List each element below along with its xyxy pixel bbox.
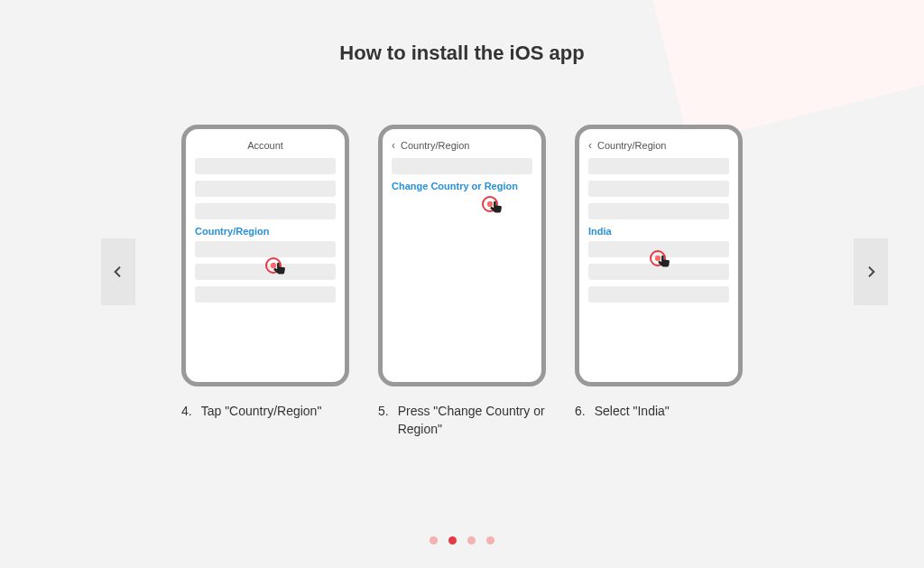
phone-header: ‹ Country/Region bbox=[588, 140, 729, 151]
hand-pointer-icon bbox=[487, 200, 505, 218]
step-number: 4. bbox=[181, 403, 192, 421]
placeholder-bar bbox=[588, 181, 729, 197]
phone-mockup: ‹ Country/Region India bbox=[575, 125, 743, 386]
placeholder-bar bbox=[588, 158, 729, 174]
tap-indicator-icon bbox=[482, 196, 505, 219]
phone-header: Account bbox=[195, 140, 336, 151]
step-text: Select "India" bbox=[595, 403, 670, 421]
phone-header-title: Country/Region bbox=[401, 140, 469, 151]
step-text: Tap "Country/Region" bbox=[201, 403, 322, 421]
phone-mockup: ‹ Country/Region Change Country or Regio… bbox=[378, 125, 546, 386]
placeholder-bar bbox=[195, 241, 336, 257]
placeholder-bar bbox=[195, 203, 336, 219]
highlighted-link: Change Country or Region bbox=[392, 181, 532, 191]
step-number: 5. bbox=[378, 403, 389, 438]
placeholder-bar bbox=[588, 203, 729, 219]
slide: ‹ Country/Region Change Country or Regio… bbox=[378, 125, 546, 438]
placeholder-bar bbox=[195, 158, 336, 174]
placeholder-bar bbox=[588, 286, 729, 303]
phone-header: ‹ Country/Region bbox=[392, 140, 532, 151]
highlighted-link: Country/Region bbox=[195, 226, 336, 237]
placeholder-bar bbox=[195, 181, 336, 197]
placeholder-bar bbox=[195, 286, 336, 303]
pagination-dot[interactable] bbox=[486, 536, 494, 545]
placeholder-bar bbox=[588, 241, 729, 257]
pagination-dots bbox=[0, 536, 924, 545]
pagination-dot[interactable] bbox=[448, 536, 457, 545]
back-chevron-icon: ‹ bbox=[392, 140, 395, 151]
back-chevron-icon: ‹ bbox=[588, 140, 592, 151]
pagination-dot[interactable] bbox=[467, 536, 476, 545]
carousel: Account Country/Region 4. Tap "Country/R… bbox=[0, 107, 924, 438]
phone-header-title: Country/Region bbox=[597, 140, 666, 151]
slide-caption: 5. Press "Change Country or Region" bbox=[378, 403, 546, 438]
slide-caption: 4. Tap "Country/Region" bbox=[181, 403, 349, 421]
placeholder-bar bbox=[392, 158, 532, 174]
page-root: How to install the iOS app Account Count… bbox=[0, 0, 924, 568]
placeholder-bar bbox=[195, 264, 336, 280]
pagination-dot[interactable] bbox=[430, 536, 438, 545]
phone-header-title: Account bbox=[247, 140, 283, 151]
step-number: 6. bbox=[575, 403, 586, 421]
slide: Account Country/Region 4. Tap "Country/R… bbox=[181, 125, 349, 438]
step-text: Press "Change Country or Region" bbox=[398, 403, 546, 438]
phone-mockup: Account Country/Region bbox=[181, 125, 349, 386]
highlighted-link: India bbox=[588, 226, 729, 237]
slide-caption: 6. Select "India" bbox=[575, 403, 743, 421]
slide: ‹ Country/Region India 6. Select "India" bbox=[575, 125, 743, 438]
placeholder-bar bbox=[588, 264, 729, 280]
